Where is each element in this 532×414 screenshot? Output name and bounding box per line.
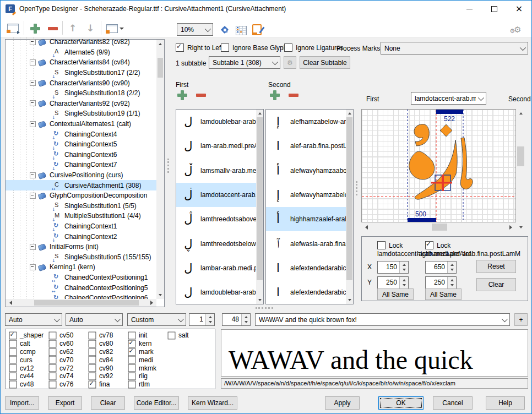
tree-item[interactable]: ↓ SingleSubstitution5 (155/155) bbox=[6, 252, 156, 262]
feature-checkbox[interactable]: mark bbox=[128, 348, 167, 356]
first-x-spinner[interactable]: 150 bbox=[377, 261, 409, 274]
right-to-left-checkbox[interactable]: Right to Left bbox=[176, 43, 223, 52]
feature-checkbox[interactable]: mkmk bbox=[128, 364, 167, 372]
move-up-button[interactable]: ↑ bbox=[66, 21, 80, 35]
tree-expander-icon[interactable] bbox=[30, 39, 36, 45]
tree-item[interactable]: ↓ SingleSubstitution19 (1/1) bbox=[6, 108, 156, 119]
titlebar[interactable]: F OpenType Designer - Scheherazade-Regul… bbox=[1, 1, 531, 17]
apply-button[interactable]: Apply bbox=[325, 396, 360, 410]
tree-splitter-handle[interactable] bbox=[167, 159, 169, 173]
feature-checkbox[interactable]: cv74 bbox=[48, 372, 88, 380]
second-list-scrollbar[interactable] bbox=[346, 110, 353, 304]
clear-button[interactable]: Clear bbox=[91, 396, 125, 410]
second-y-spinner[interactable]: 250 bbox=[425, 276, 457, 289]
feature-checkbox[interactable]: calt bbox=[9, 340, 48, 348]
tree-item[interactable]: ↓ ChainingContext4 bbox=[6, 129, 156, 139]
feature-checkbox[interactable]: cv50 bbox=[48, 331, 88, 340]
fit-view-button[interactable] bbox=[218, 23, 232, 37]
tree-expander-icon[interactable] bbox=[30, 172, 36, 178]
tree-expander-icon[interactable] bbox=[30, 80, 36, 86]
glyph-list-item[interactable]: ل lam-arab.medi.preAl bbox=[176, 134, 256, 158]
tree-item[interactable]: Kerning1 (kern) bbox=[6, 262, 156, 273]
feature-checkbox[interactable]: cv92 bbox=[88, 372, 128, 380]
glyph-list-item[interactable]: ٱ alefwasla-arab.fina.p bbox=[266, 231, 346, 255]
feature-checkbox[interactable]: _shaper bbox=[9, 331, 48, 340]
tree-item[interactable]: ↓ ChainingContext5 bbox=[6, 139, 156, 150]
tree-item[interactable]: ↓ ChainingContext1 bbox=[6, 221, 156, 232]
list-splitter-handle[interactable] bbox=[356, 181, 357, 195]
tree-item[interactable]: CharacterVariants92 (cv92) bbox=[6, 99, 156, 109]
feature-checkbox[interactable]: curs bbox=[9, 356, 48, 364]
pair-first-glyph-select[interactable]: lamdotaccent-arab.med bbox=[411, 92, 486, 105]
feature-checkbox[interactable]: cv72 bbox=[48, 364, 88, 372]
tree-item[interactable]: ↓ MultipleSubstitution1 (4/4) bbox=[6, 211, 156, 221]
first-add-glyph-button[interactable] bbox=[176, 89, 189, 102]
first-lock-checkbox[interactable]: Lock bbox=[377, 241, 403, 249]
export-button[interactable]: Export bbox=[48, 396, 82, 410]
settings-button[interactable]: ⚙⚙ bbox=[511, 23, 525, 37]
close-button[interactable]: × bbox=[507, 1, 531, 17]
tree-item[interactable]: ↓ SingleSubstitution17 (2/2) bbox=[6, 68, 156, 78]
tree-item[interactable]: ↓ ChainingContext6 bbox=[6, 150, 156, 160]
glyph-list-item[interactable]: ڵ lamsmallv-arab.medi. bbox=[176, 159, 256, 183]
tree-item[interactable]: CharacterVariants82 (cv82) bbox=[6, 37, 156, 47]
tree-item[interactable]: ↔ ChainedContextPositioning1 bbox=[6, 273, 156, 283]
tree-item[interactable]: ↓ ChainingContext7 bbox=[6, 160, 156, 170]
tree-item[interactable]: ↓ ChainingContext2 bbox=[6, 231, 156, 242]
glyph-list-item[interactable]: ل lambar-arab.medi.pr bbox=[176, 256, 256, 280]
maximize-button[interactable] bbox=[482, 1, 507, 17]
glyph-list-item[interactable]: ڷ lamthreedotsabove-a bbox=[176, 207, 256, 231]
code-editor-button[interactable]: Code Editor... bbox=[134, 396, 179, 410]
first-all-same-button[interactable]: All Same bbox=[377, 288, 414, 300]
minimize-button[interactable] bbox=[457, 1, 482, 17]
ignore-base-glyphs-checkbox[interactable]: Ignore Base Glyphs bbox=[221, 43, 290, 52]
remove-button[interactable] bbox=[46, 22, 60, 35]
tree-item[interactable]: ↔ CursiveAttachment1 (308) bbox=[6, 180, 156, 190]
clear-anchor-button[interactable]: Clear bbox=[476, 278, 516, 291]
subtable-settings-button[interactable]: ⚙ bbox=[284, 56, 296, 69]
feature-checkbox[interactable]: cv84 bbox=[88, 356, 128, 364]
iteration-spinner[interactable]: 1 bbox=[189, 313, 215, 326]
subtable-select[interactable]: Subtable 1 (308) bbox=[209, 56, 280, 69]
second-add-glyph-button[interactable] bbox=[268, 89, 281, 102]
ignore-ligatures-checkbox[interactable]: Ignore Ligatures bbox=[284, 43, 344, 52]
move-down-button[interactable]: ↓ bbox=[83, 21, 97, 35]
glyph-canvas[interactable]: 522 500 bbox=[361, 109, 516, 222]
first-y-spinner[interactable]: 250 bbox=[377, 276, 409, 289]
reset-button[interactable]: Reset bbox=[476, 260, 516, 273]
tree-item[interactable]: ↔ ChainedContextPositioning5 bbox=[6, 282, 156, 293]
feature-checkbox[interactable]: medi bbox=[128, 356, 167, 364]
tree-expander-icon[interactable] bbox=[30, 244, 36, 250]
glyph-list-item[interactable]: إ alefwavyhamzabelow bbox=[266, 183, 346, 207]
preview-subtable-button[interactable] bbox=[5, 21, 20, 35]
canvas-vertical-scrollbar[interactable] bbox=[516, 109, 525, 232]
feature-checkbox[interactable]: cv12 bbox=[9, 364, 48, 372]
feature-checkbox[interactable]: salt bbox=[167, 331, 207, 340]
feature-checkbox[interactable]: cv90 bbox=[88, 364, 128, 372]
tree-item[interactable]: ↓ SingleSubstitution18 (2/2) bbox=[6, 88, 156, 99]
tree-expander-icon[interactable] bbox=[30, 264, 36, 270]
second-x-spinner[interactable]: 650 bbox=[425, 261, 457, 274]
tree-item[interactable]: GlyphCompositionDecomposition bbox=[6, 190, 156, 201]
process-marks-select[interactable]: None bbox=[381, 42, 528, 55]
horizontal-splitter-handle[interactable] bbox=[256, 307, 273, 309]
feature-checkbox[interactable]: rlig bbox=[128, 372, 167, 380]
second-lock-checkbox[interactable]: Lock bbox=[425, 241, 450, 249]
second-all-same-button[interactable]: All Same bbox=[425, 288, 462, 300]
feature-checkbox[interactable]: cv76 bbox=[48, 380, 88, 389]
feature-checkbox[interactable]: cv44 bbox=[9, 372, 48, 380]
feature-checkbox[interactable]: cv60 bbox=[48, 340, 88, 348]
first-list-scrollbar[interactable] bbox=[256, 110, 263, 304]
tree-item[interactable]: CursivePositioning (curs) bbox=[6, 170, 156, 181]
feature-checkbox[interactable]: cv70 bbox=[48, 356, 88, 364]
feature-checkbox[interactable]: ccmp bbox=[9, 348, 48, 356]
tree-item[interactable]: ↓ Alternate5 (9/9) bbox=[6, 47, 156, 58]
font-size-spinner[interactable]: 48 bbox=[222, 313, 251, 326]
feature-set-select[interactable]: Custom bbox=[127, 313, 186, 326]
feature-checkbox[interactable]: cv78 bbox=[88, 331, 128, 340]
glyph-matrix-button[interactable] bbox=[234, 23, 248, 37]
feature-checkbox[interactable]: init bbox=[128, 331, 167, 340]
glyph-list-item[interactable]: ڸ lamthreedotsbelow-a bbox=[176, 231, 256, 255]
import-button[interactable]: Import... bbox=[5, 396, 39, 410]
script-select[interactable]: Auto bbox=[5, 313, 62, 326]
